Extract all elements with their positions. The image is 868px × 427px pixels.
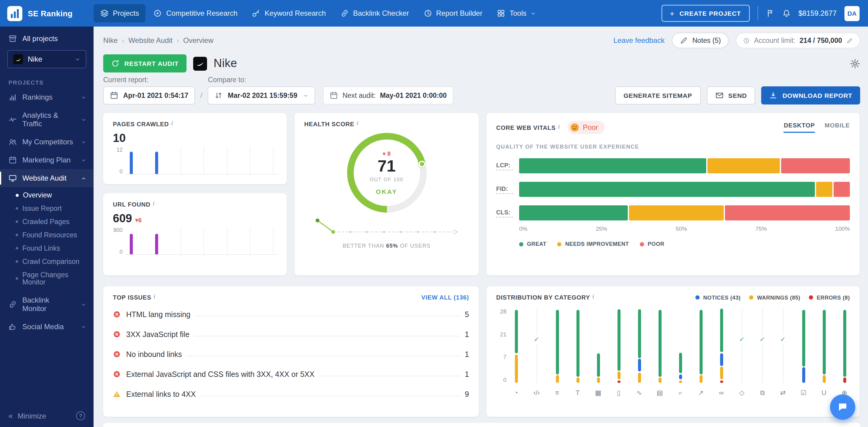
category-column-mobile[interactable]: ▯: [613, 308, 624, 397]
legend-warnings-85: WARNINGS (85): [749, 295, 800, 301]
url-found-chart: 800 0: [113, 227, 277, 255]
segment-blue: [720, 353, 723, 366]
issue-row[interactable]: HTML lang missing5: [113, 304, 469, 324]
sidebar-item-rankings[interactable]: Rankings: [0, 88, 94, 106]
category-column-title[interactable]: T: [572, 308, 583, 397]
edit-pencil-icon[interactable]: [846, 37, 853, 44]
category-column-external[interactable]: ↗: [695, 308, 706, 397]
key-icon: [252, 9, 260, 18]
nav-projects[interactable]: Projects: [94, 4, 146, 22]
breadcrumb-nike[interactable]: Nike: [103, 36, 118, 45]
create-project-button[interactable]: + CREATE PROJECT: [661, 5, 749, 22]
settings-gear-icon[interactable]: [850, 58, 860, 68]
sidebar-item-all-projects[interactable]: All projects: [0, 27, 94, 50]
cwv-bar: [519, 205, 850, 220]
category-column-image[interactable]: ▦: [593, 308, 603, 397]
image-icon: ▦: [595, 388, 601, 397]
nav-keyword-research[interactable]: Keyword Research: [245, 4, 333, 22]
compare-dropdown[interactable]: Mar-02 2021 15:59:59: [208, 86, 315, 104]
health-score-outof: OUT OF 100: [370, 177, 403, 182]
segment-blue: [679, 374, 682, 379]
send-button[interactable]: SEND: [707, 86, 755, 104]
category-column-code[interactable]: ✓‹/›: [531, 308, 542, 397]
leave-feedback-link[interactable]: Leave feedback: [613, 36, 664, 45]
segment-blue: [638, 359, 641, 372]
sidebar-item-marketing-plan[interactable]: Marketing Plan: [0, 151, 94, 169]
category-column-underline[interactable]: U: [818, 308, 829, 397]
notes-button[interactable]: Notes (5): [672, 33, 729, 48]
notifications-bell-icon[interactable]: [782, 9, 790, 18]
category-column-globe[interactable]: ⊕: [839, 308, 850, 397]
account-balance[interactable]: $8159.2677: [798, 9, 837, 18]
sidebar-subitem-overview[interactable]: Overview: [0, 188, 94, 202]
sidebar-subitem-issue-report[interactable]: Issue Report: [0, 202, 94, 215]
flag-icon[interactable]: [766, 9, 774, 18]
issue-row[interactable]: 3XX JavaScript file1: [113, 324, 469, 344]
health-delta: 8: [387, 150, 391, 157]
help-icon[interactable]: ?: [76, 411, 85, 420]
current-report-datepicker[interactable]: Apr-01 2021 0:54:17: [103, 86, 195, 104]
nav-competitive-research[interactable]: Competitive Research: [147, 4, 244, 22]
breadcrumb-website-audit[interactable]: Website Audit: [128, 36, 172, 45]
sidebar-item-social-media[interactable]: Social Media: [0, 318, 94, 336]
sidebar-subitem-found-resources[interactable]: Found Resources: [0, 228, 94, 242]
category-column-shield[interactable]: ✓◇: [736, 308, 747, 397]
pages-crawled-value: 10: [113, 132, 277, 145]
segment-green: [515, 309, 518, 354]
avatar[interactable]: DA: [844, 6, 860, 21]
cwv-axis: 0%25%50%75%100%: [519, 225, 850, 232]
brand[interactable]: SE Ranking: [7, 6, 94, 21]
url-found-value: 609: [113, 212, 132, 225]
sidebar-item-website-audit[interactable]: Website Audit: [0, 169, 94, 187]
sidebar-subitem-found-links[interactable]: Found Links: [0, 242, 94, 255]
sidebar-item-backlink-monitor[interactable]: Backlink Monitor: [0, 291, 94, 318]
sidebar-item-my-competitors[interactable]: My Competitors: [0, 133, 94, 151]
sidebar-subitem-crawled-pages[interactable]: Crawled Pages: [0, 215, 94, 228]
chat-widget-button[interactable]: [830, 394, 855, 420]
category-column-speed[interactable]: ◔: [511, 308, 522, 397]
cwv-metric-label[interactable]: CLS:: [496, 209, 513, 217]
cwv-segment-needs: [816, 182, 832, 197]
restart-audit-button[interactable]: RESTART AUDIT: [103, 54, 187, 72]
minimize-button[interactable]: Minimize: [18, 411, 46, 420]
sidebar-subitem-crawl-comparison[interactable]: Crawl Comparison: [0, 255, 94, 268]
cwv-metric-label[interactable]: FID:: [496, 185, 513, 193]
nav-report-builder[interactable]: Report Builder: [417, 4, 489, 22]
topbar-right: + CREATE PROJECT $8159.2677 DA: [661, 5, 860, 22]
category-column-indent[interactable]: ≡: [552, 308, 563, 397]
issues-list: HTML lang missing53XX JavaScript file1No…: [113, 304, 469, 404]
category-column-activity[interactable]: ∿: [634, 308, 645, 397]
category-column-chain[interactable]: ∞: [716, 308, 727, 397]
category-column-doc[interactable]: ▤: [654, 308, 665, 397]
grid-line: [763, 308, 763, 383]
nav-backlink-checker[interactable]: Backlink Checker: [334, 4, 415, 22]
sidebar-subitem-page-changes-monitor[interactable]: Page Changes Monitor: [0, 268, 94, 289]
info-icon[interactable]: i: [592, 294, 594, 300]
tab-desktop[interactable]: DESKTOP: [784, 122, 815, 133]
download-report-button[interactable]: DOWNLOAD REPORT: [762, 86, 860, 104]
category-column-repeat[interactable]: ✓⇄: [777, 308, 788, 397]
info-icon[interactable]: i: [357, 121, 359, 126]
refresh-icon: [111, 59, 120, 68]
axis-tick: 25%: [596, 225, 607, 232]
info-icon[interactable]: i: [558, 124, 560, 129]
cwv-metric-label[interactable]: LCP:: [496, 161, 513, 170]
view-all-link[interactable]: VIEW ALL (136): [421, 294, 469, 301]
tab-mobile[interactable]: MOBILE: [825, 122, 850, 133]
nav-tools[interactable]: Tools: [490, 4, 542, 22]
breadcrumb-overview[interactable]: Overview: [183, 36, 213, 45]
sidebar-item-analytics-traffic[interactable]: Analytics & Traffic: [0, 106, 94, 133]
info-icon[interactable]: i: [154, 294, 155, 300]
issue-row[interactable]: External links to 4XX9: [113, 384, 469, 404]
category-column-search[interactable]: ⌕: [675, 308, 686, 397]
issue-row[interactable]: External JavaScript and CSS files with 3…: [113, 364, 469, 384]
generate-sitemap-button[interactable]: GENERATE SITEMAP: [615, 86, 701, 104]
issue-count: 1: [465, 350, 469, 359]
category-column-copy[interactable]: ✓⧉: [757, 308, 768, 397]
project-selector[interactable]: Nike: [7, 50, 86, 68]
info-icon[interactable]: i: [153, 201, 155, 207]
breadcrumb-separator: ›: [122, 37, 124, 44]
info-icon[interactable]: i: [172, 121, 173, 126]
issue-row[interactable]: No inbound links1: [113, 344, 469, 364]
category-column-checkbox[interactable]: ☑: [798, 308, 809, 397]
